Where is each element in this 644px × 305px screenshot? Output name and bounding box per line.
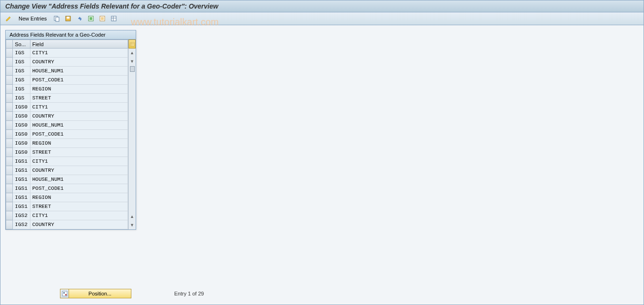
scroll-up-bottom-icon[interactable]: ▲ [130, 212, 134, 221]
column-header-so[interactable]: So... [13, 40, 30, 49]
table-row[interactable]: IGS0STREET [6, 148, 128, 157]
edit-icon[interactable] [4, 14, 13, 23]
cell-field[interactable]: COUNTRY [30, 112, 128, 121]
row-selector[interactable] [6, 76, 13, 85]
scroll-down-icon[interactable]: ▼ [130, 57, 134, 66]
row-selector[interactable] [6, 157, 13, 166]
cell-field[interactable]: COUNTRY [30, 58, 128, 67]
table-row[interactable]: IGS0CITY1 [6, 103, 128, 112]
table-config-icon[interactable] [129, 39, 136, 49]
cell-field[interactable]: CITY1 [30, 103, 128, 112]
scroll-up-icon[interactable]: ▲ [130, 49, 134, 57]
cell-so[interactable]: IGS1 [13, 193, 30, 202]
row-selector[interactable] [6, 67, 13, 76]
cell-field[interactable]: STREET [30, 148, 128, 157]
cell-field[interactable]: CITY1 [30, 211, 128, 220]
table-row[interactable]: IGSCOUNTRY [6, 58, 128, 67]
cell-so[interactable]: IGS [13, 85, 30, 94]
scroll-thumb[interactable] [130, 66, 135, 72]
row-selector[interactable] [6, 220, 13, 229]
new-entries-button[interactable]: New Entries [16, 15, 50, 22]
copy-icon[interactable] [52, 14, 61, 23]
cell-so[interactable]: IGS1 [13, 166, 30, 175]
table-row[interactable]: IGS1HOUSE_NUM1 [6, 175, 128, 184]
cell-so[interactable]: IGS2 [13, 220, 30, 229]
row-selector[interactable] [6, 103, 13, 112]
row-selector[interactable] [6, 130, 13, 139]
undo-icon[interactable] [75, 14, 84, 23]
row-selector[interactable] [6, 112, 13, 121]
cell-so[interactable]: IGS [13, 58, 30, 67]
cell-so[interactable]: IGS [13, 76, 30, 85]
column-header-field[interactable]: Field [30, 40, 128, 49]
row-selector[interactable] [6, 85, 13, 94]
row-selector[interactable] [6, 175, 13, 184]
select-all-header[interactable] [6, 40, 13, 49]
row-selector[interactable] [6, 49, 13, 58]
table-row[interactable]: IGS0POST_CODE1 [6, 130, 128, 139]
cell-field[interactable]: REGION [30, 85, 128, 94]
cell-field[interactable]: CITY1 [30, 157, 128, 166]
cell-field[interactable]: HOUSE_NUM1 [30, 67, 128, 76]
cell-so[interactable]: IGS [13, 67, 30, 76]
save-icon[interactable] [64, 14, 72, 23]
table-row[interactable]: IGSCITY1 [6, 49, 128, 58]
cell-field[interactable]: POST_CODE1 [30, 76, 128, 85]
cell-so[interactable]: IGS [13, 94, 30, 103]
row-selector[interactable] [6, 148, 13, 157]
cell-field[interactable]: COUNTRY [30, 220, 128, 229]
cell-so[interactable]: IGS0 [13, 121, 30, 130]
table-row[interactable]: IGS0REGION [6, 139, 128, 148]
vertical-scrollbar[interactable]: ▲ ▼ ▲ ▼ [128, 39, 136, 229]
row-selector[interactable] [6, 139, 13, 148]
cell-field[interactable]: CITY1 [30, 49, 128, 58]
cell-field[interactable]: STREET [30, 202, 128, 211]
table-row[interactable]: IGS1CITY1 [6, 157, 128, 166]
cell-so[interactable]: IGS0 [13, 130, 30, 139]
table-row[interactable]: IGS1COUNTRY [6, 166, 128, 175]
cell-so[interactable]: IGS0 [13, 103, 30, 112]
table-row[interactable]: IGS2COUNTRY [6, 220, 128, 229]
cell-so[interactable]: IGS1 [13, 202, 30, 211]
table-row[interactable]: IGS1REGION [6, 193, 128, 202]
cell-field[interactable]: REGION [30, 139, 128, 148]
deselect-all-icon[interactable] [98, 14, 107, 23]
cell-so[interactable]: IGS1 [13, 184, 30, 193]
table-row[interactable]: IGS1POST_CODE1 [6, 184, 128, 193]
table-row[interactable]: IGS2CITY1 [6, 211, 128, 220]
select-all-icon[interactable] [87, 14, 95, 23]
row-selector[interactable] [6, 211, 13, 220]
row-selector[interactable] [6, 121, 13, 130]
cell-so[interactable]: IGS1 [13, 157, 30, 166]
cell-field[interactable]: REGION [30, 193, 128, 202]
scroll-down-bottom-icon[interactable]: ▼ [130, 221, 134, 229]
cell-so[interactable]: IGS0 [13, 112, 30, 121]
cell-so[interactable]: IGS1 [13, 175, 30, 184]
cell-so[interactable]: IGS0 [13, 139, 30, 148]
row-selector[interactable] [6, 94, 13, 103]
table-row[interactable]: IGS0HOUSE_NUM1 [6, 121, 128, 130]
row-selector[interactable] [6, 166, 13, 175]
table-row[interactable]: IGS0COUNTRY [6, 112, 128, 121]
row-selector[interactable] [6, 58, 13, 67]
svg-rect-15 [63, 292, 65, 294]
table-row[interactable]: IGS1STREET [6, 202, 128, 211]
row-selector[interactable] [6, 202, 13, 211]
row-selector[interactable] [6, 193, 13, 202]
table-row[interactable]: IGSHOUSE_NUM1 [6, 67, 128, 76]
cell-field[interactable]: POST_CODE1 [30, 130, 128, 139]
cell-field[interactable]: HOUSE_NUM1 [30, 175, 128, 184]
cell-field[interactable]: STREET [30, 94, 128, 103]
cell-field[interactable]: POST_CODE1 [30, 184, 128, 193]
cell-so[interactable]: IGS2 [13, 211, 30, 220]
table-row[interactable]: IGSPOST_CODE1 [6, 76, 128, 85]
table-settings-icon[interactable] [109, 14, 118, 23]
position-button[interactable]: Position... [60, 289, 131, 298]
cell-field[interactable]: HOUSE_NUM1 [30, 121, 128, 130]
cell-field[interactable]: COUNTRY [30, 166, 128, 175]
cell-so[interactable]: IGS0 [13, 148, 30, 157]
table-row[interactable]: IGSSTREET [6, 94, 128, 103]
row-selector[interactable] [6, 184, 13, 193]
cell-so[interactable]: IGS [13, 49, 30, 58]
table-row[interactable]: IGSREGION [6, 85, 128, 94]
